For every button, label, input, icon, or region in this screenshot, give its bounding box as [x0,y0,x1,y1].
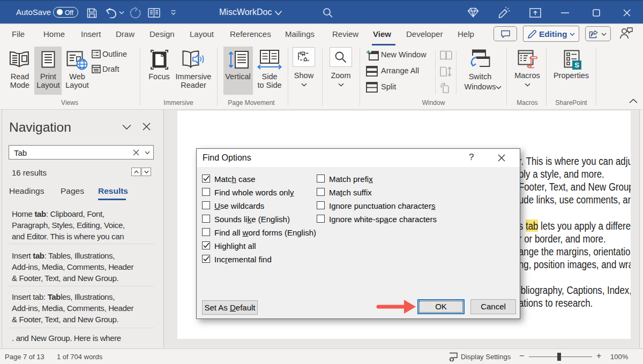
svg-text:S: S [574,61,579,69]
